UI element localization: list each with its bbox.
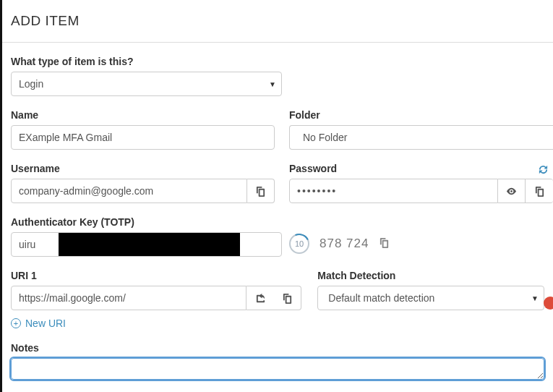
item-type-label: What type of item is this?: [11, 56, 544, 67]
refresh-icon: [538, 164, 549, 175]
generate-password-button[interactable]: [538, 164, 549, 177]
new-uri-button[interactable]: + New URI: [11, 318, 66, 329]
item-type-select[interactable]: Login: [11, 72, 282, 96]
copy-totp-button[interactable]: [379, 237, 390, 250]
copy-uri-button[interactable]: [274, 286, 301, 310]
plus-circle-icon: +: [11, 318, 21, 328]
copy-password-button[interactable]: [526, 179, 553, 203]
copy-icon: [534, 186, 545, 197]
copy-icon: [255, 186, 266, 197]
redacted-region: [59, 233, 240, 256]
totp-countdown: 10: [289, 234, 309, 254]
uri-input[interactable]: [11, 286, 247, 310]
eye-icon: [506, 186, 517, 197]
new-uri-label: New URI: [25, 318, 66, 329]
name-input[interactable]: [11, 125, 275, 150]
password-input[interactable]: [289, 179, 498, 203]
match-detection-select[interactable]: Default match detection: [317, 286, 544, 310]
dialog-title: ADD ITEM: [11, 13, 542, 29]
share-icon: [255, 293, 266, 304]
username-label: Username: [11, 163, 275, 174]
name-label: Name: [11, 109, 275, 121]
totp-label: Authenticator Key (TOTP): [11, 216, 275, 228]
folder-label: Folder: [289, 109, 553, 121]
username-input[interactable]: [11, 179, 247, 203]
launch-uri-button[interactable]: [247, 286, 274, 310]
notes-label: Notes: [11, 342, 544, 354]
notes-textarea[interactable]: [11, 358, 544, 380]
match-detection-label: Match Detection: [317, 270, 544, 281]
folder-select[interactable]: No Folder: [289, 125, 553, 150]
dialog-header: ADD ITEM: [2, 0, 553, 43]
toggle-password-visibility-button[interactable]: [498, 179, 526, 203]
totp-countdown-value: 10: [295, 239, 304, 248]
copy-username-button[interactable]: [247, 179, 275, 203]
uri-label: URI 1: [11, 270, 301, 281]
copy-icon: [282, 293, 293, 304]
remove-uri-button[interactable]: [544, 297, 553, 310]
totp-code: 878 724: [320, 237, 369, 251]
copy-icon: [379, 237, 390, 248]
password-label: Password: [289, 163, 337, 174]
